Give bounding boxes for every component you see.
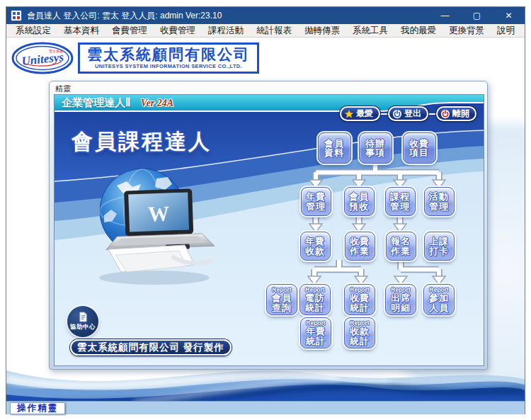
status-tab[interactable]: 操作精靈	[10, 402, 65, 414]
flow-node-attendance-detail[interactable]: Report出席明細	[385, 284, 416, 315]
flow-node-registration[interactable]: 報名作業	[386, 232, 416, 261]
wizard-content: W 企業管理達人Ⅱ Ver 24A 最愛登出離開	[54, 94, 484, 366]
publisher-text: 雲太系統顧問有限公司 發行製作	[77, 341, 224, 354]
menu-item-4[interactable]: 課程活動	[202, 24, 250, 37]
minimize-button[interactable]: —	[429, 7, 461, 24]
status-bar: 操作精靈	[6, 401, 525, 414]
flow-layer: 會員資料待辦事項收費項目年費管理會員預收課程管理活動管理年費收款收費作業報名作業…	[55, 95, 484, 366]
flow-node-annual-fee-stats[interactable]: Report年費統計	[300, 317, 331, 348]
menu-item-6[interactable]: 拋轉傳票	[298, 24, 346, 37]
menu-item-10[interactable]: 說明	[491, 24, 521, 37]
window-controls: — ▢ ✕	[429, 7, 525, 24]
unitesys-oval-logo: Unitesys 雲太系統	[11, 42, 74, 74]
help-center-label: 協助中心	[70, 323, 96, 331]
menu-item-1[interactable]: 基本資料	[57, 24, 105, 37]
action-label: 離開	[452, 108, 469, 120]
wizard-caption: 精靈	[55, 84, 71, 94]
star-icon	[344, 109, 354, 119]
menu-item-0[interactable]: 系統設定	[9, 24, 57, 37]
flow-node-member-prepay[interactable]: 會員預收	[344, 187, 375, 216]
action-label: 登出	[404, 108, 421, 120]
flow-node-phone-visit-stats[interactable]: Report電訪統計	[299, 284, 331, 315]
company-name-box: 雲太系統顧問有限公司 UNITESYS SYSTEM INFORMATION S…	[78, 42, 259, 74]
power-icon	[392, 109, 402, 119]
close-button[interactable]: ✕	[493, 7, 525, 24]
flow-node-member-data[interactable]: 會員資料	[318, 132, 351, 164]
publisher-banner: 雲太系統顧問有限公司 發行製作	[70, 339, 232, 356]
company-name-zh: 雲太系統顧問有限公司	[87, 46, 250, 63]
screen: 會員達人 登入公司: 雲太 登入人員: admin Ver:23.10 — ▢ …	[0, 0, 531, 420]
wizard-window: 精靈	[49, 81, 488, 370]
flow-node-member-query[interactable]: Report會員查詢	[266, 284, 297, 315]
maximize-button[interactable]: ▢	[461, 7, 493, 24]
flow-node-annual-fee-collect[interactable]: 年費收款	[300, 232, 331, 261]
window-title: 會員達人 登入公司: 雲太 登入人員: admin Ver:23.10	[27, 10, 222, 22]
menu-item-9[interactable]: 更換背景	[442, 24, 491, 37]
company-name-en: UNITESYS SYSTEM INFORMATION SERVICE CO.,…	[87, 63, 250, 69]
app-icon	[11, 10, 22, 21]
title-bar: 會員達人 登入公司: 雲太 登入人員: admin Ver:23.10 — ▢ …	[6, 7, 525, 24]
menu-bar: 系統設定基本資料會費管理收費管理課程活動統計報表拋轉傳票系統工具我的最愛更換背景…	[6, 24, 525, 38]
flow-node-activity-mgmt[interactable]: 活動管理	[424, 187, 455, 216]
menu-item-3[interactable]: 收費管理	[154, 24, 202, 37]
status-tab-label: 操作精靈	[17, 402, 58, 414]
exit-button[interactable]: 離開	[436, 106, 476, 121]
flow-node-course-mgmt[interactable]: 課程管理	[385, 187, 416, 216]
menu-item-8[interactable]: 我的最愛	[394, 24, 442, 37]
flow-node-todo-items[interactable]: 待辦事項	[359, 132, 392, 164]
menu-item-2[interactable]: 會費管理	[105, 24, 154, 37]
logout-button[interactable]: 登出	[388, 106, 428, 121]
flow-node-class-checkin[interactable]: 上課打卡	[424, 232, 455, 261]
flow-node-collection-stats[interactable]: Report收款統計	[344, 317, 375, 348]
flow-node-fee-items[interactable]: 收費項目	[403, 132, 436, 164]
svg-text:雲太系統: 雲太系統	[49, 49, 63, 54]
menu-item-7[interactable]: 系統工具	[346, 24, 394, 37]
flow-node-annual-fee-mgmt[interactable]: 年費管理	[301, 187, 331, 216]
power-icon	[440, 109, 450, 119]
help-center-button[interactable]: 協助中心	[67, 306, 98, 337]
logo-block: Unitesys 雲太系統 雲太系統顧問有限公司 UNITESYS SYSTEM…	[11, 42, 259, 74]
flow-node-fee-operation[interactable]: 收費作業	[345, 232, 375, 261]
action-label: 最愛	[356, 108, 373, 120]
favorite-button[interactable]: 最愛	[340, 106, 380, 121]
flow-node-fee-stats[interactable]: Report收費統計	[344, 284, 375, 315]
wizard-actions: 最愛登出離開	[340, 106, 476, 121]
app-window: 會員達人 登入公司: 雲太 登入人員: admin Ver:23.10 — ▢ …	[6, 6, 525, 414]
document-icon	[78, 312, 88, 322]
flow-node-participants[interactable]: Report參加人員	[423, 284, 455, 315]
menu-item-5[interactable]: 統計報表	[250, 24, 298, 37]
